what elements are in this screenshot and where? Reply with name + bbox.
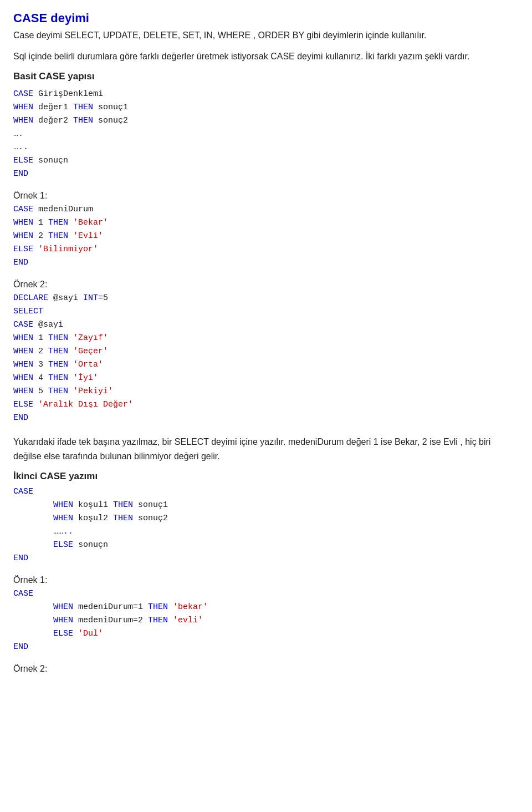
intro-text: Case deyimi SELECT, UPDATE, DELETE, SET,… (13, 29, 519, 42)
example1b-code: CASE WHEN medeniDurum=1 THEN 'bekar' WHE… (13, 587, 519, 654)
example1b-label: Örnek 1: (13, 575, 519, 585)
section2-heading: İkinci CASE yazımı (13, 471, 519, 482)
second-case-structure: CASE WHEN koşul1 THEN sonuç1 WHEN koşul2… (13, 485, 519, 565)
example2-code: DECLARE @sayi INT=5 SELECT CASE @sayi WH… (13, 292, 519, 425)
basic-case-structure: CASE GirişDenklemi WHEN değer1 THEN sonu… (13, 88, 519, 181)
example1-code: CASE medeniDurum WHEN 1 THEN 'Bekar' WHE… (13, 203, 519, 270)
example2-label: Örnek 2: (13, 280, 519, 290)
example1-label: Örnek 1: (13, 191, 519, 201)
section1-heading: Basit CASE yapısı (13, 71, 519, 82)
para1-text: Sql içinde belirli durumlara göre farklı… (13, 50, 519, 63)
prose-after-example2: Yukarıdaki ifade tek başına yazılmaz, bi… (13, 435, 519, 463)
example2b-label: Örnek 2: (13, 664, 519, 674)
page-title: CASE deyimi (13, 11, 519, 26)
